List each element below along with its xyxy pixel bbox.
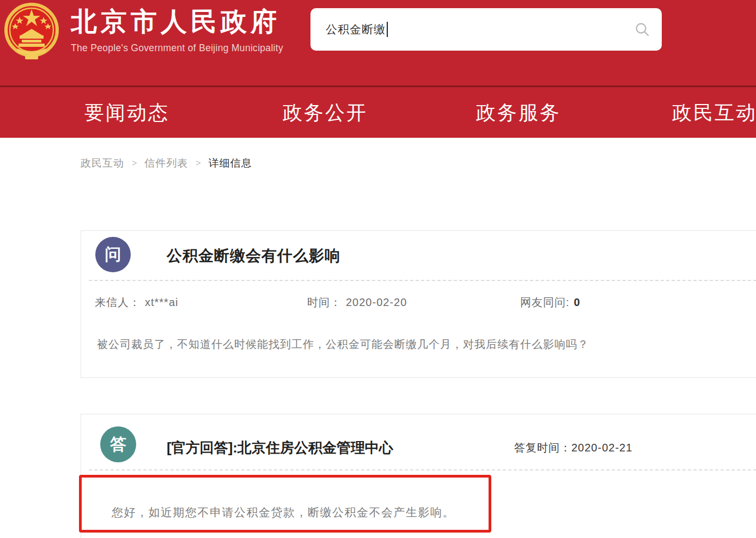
reply-time-label: 答复时间：: [514, 442, 571, 454]
answer-highlight-box: 您好，如近期您不申请公积金贷款，断缴公积金不会产生影响。: [79, 475, 491, 533]
same-question-counter: 网友同问:0: [520, 295, 581, 310]
breadcrumb-letter-list[interactable]: 信件列表: [144, 156, 188, 170]
reply-time: 答复时间：2020-02-21: [514, 441, 632, 455]
chevron-right-icon: >: [196, 158, 200, 168]
main-nav: 要闻动态 政务公开 政务服务 政民互动: [0, 85, 756, 138]
site-subtitle: The People's Government of Beijing Munic…: [71, 42, 283, 54]
chevron-right-icon: >: [132, 158, 137, 168]
national-emblem-logo: [4, 3, 59, 64]
text-cursor: [387, 22, 388, 37]
dashed-divider: [89, 469, 756, 470]
nav-item-gov-services[interactable]: 政务服务: [476, 99, 561, 126]
answer-title: [官方回答]:北京住房公积金管理中心: [167, 438, 393, 457]
nav-item-news[interactable]: 要闻动态: [84, 99, 169, 126]
question-time: 时间：2020-02-20: [307, 295, 407, 310]
site-title: 北京市人民政府: [71, 5, 283, 38]
time-label: 时间：: [307, 296, 342, 308]
page: 北京市人民政府 The People's Government of Beiji…: [0, 0, 756, 538]
dashed-divider: [89, 280, 756, 281]
question-badge: 问: [95, 237, 131, 272]
answer-title-prefix: [官方回答]:: [167, 439, 237, 456]
answer-badge: 答: [100, 426, 136, 462]
nav-item-interaction[interactable]: 政民互动: [672, 99, 756, 126]
same-question-count: 0: [574, 296, 581, 308]
site-title-block: 北京市人民政府 The People's Government of Beiji…: [71, 5, 283, 54]
search-icon[interactable]: [635, 22, 650, 37]
breadcrumb: 政民互动 > 信件列表 > 详细信息: [81, 156, 252, 170]
sender-label: 来信人：: [95, 296, 141, 308]
breadcrumb-interaction[interactable]: 政民互动: [81, 156, 124, 170]
breadcrumb-current: 详细信息: [209, 156, 252, 170]
site-header: 北京市人民政府 The People's Government of Beiji…: [0, 0, 756, 85]
same-question-label: 网友同问:: [520, 296, 570, 308]
search-input[interactable]: 公积金断缴: [326, 22, 386, 37]
answer-body: 您好，如近期您不申请公积金贷款，断缴公积金不会产生影响。: [112, 505, 455, 520]
question-title: 公积金断缴会有什么影响: [167, 246, 340, 266]
time-value: 2020-02-20: [346, 296, 407, 308]
question-card: 问 公积金断缴会有什么影响 来信人：xt***ai 时间：2020-02-20 …: [81, 230, 756, 378]
reply-time-value: 2020-02-21: [571, 442, 632, 454]
question-sender: 来信人：xt***ai: [95, 295, 178, 310]
search-box[interactable]: 公积金断缴: [310, 8, 662, 51]
answer-title-org: 北京住房公积金管理中心: [237, 439, 393, 456]
question-body: 被公司裁员了，不知道什么时候能找到工作，公积金可能会断缴几个月，对我后续有什么影…: [97, 337, 589, 352]
nav-item-gov-info[interactable]: 政务公开: [283, 99, 368, 126]
sender-value: xt***ai: [145, 296, 178, 308]
